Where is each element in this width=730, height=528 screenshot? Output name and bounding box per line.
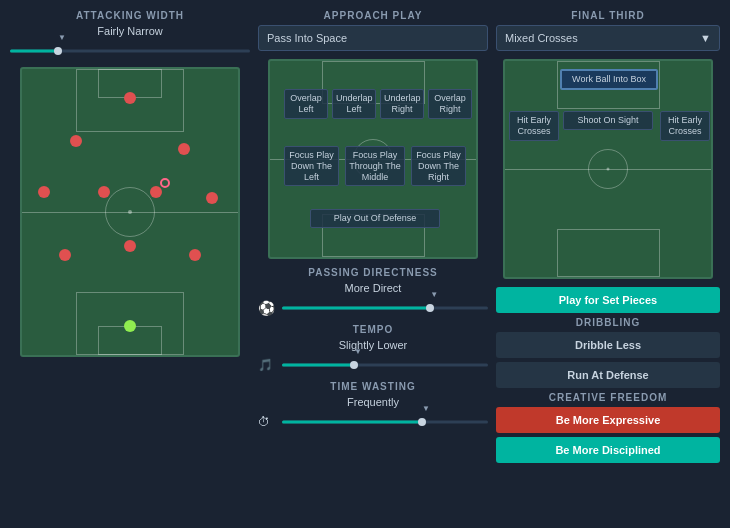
final-third-pitch: Work Ball Into Box Hit EarlyCrosses Shoo… [503,59,713,279]
tactic-shoot-on-sight[interactable]: Shoot On Sight [563,111,653,130]
clock-icon: ⏱ [258,415,270,429]
tempo-slider[interactable]: ▼ [282,357,488,373]
passing-directness-slider-container: ⚽ ▼ [258,300,488,316]
right-panel: FINAL THIRD Mixed Crosses ▼ Work Ball In… [496,10,720,518]
tactic-focus-right[interactable]: Focus PlayDown TheRight [411,146,466,186]
ball-icon: ⚽ [258,300,275,316]
time-wasting-block: TIME WASTING Frequently ⏱ ▼ [258,381,488,430]
approach-pitch: OverlapLeft UnderlapLeft UnderlapRight O… [268,59,478,259]
passing-thumb[interactable] [426,304,434,312]
passing-marker: ▼ [430,290,438,299]
tactic-play-out-defense[interactable]: Play Out Of Defense [310,209,440,228]
approach-play-value: Pass Into Space [267,32,347,44]
tactic-hit-early-crosses-left[interactable]: Hit EarlyCrosses [509,111,559,141]
tactic-underlap-left[interactable]: UnderlapLeft [332,89,376,119]
middle-panel: APPROACH PLAY Pass Into Space OverlapLef… [258,10,488,518]
passing-directness-title: PASSING DIRECTNESS [258,267,488,278]
tactic-underlap-right[interactable]: UnderlapRight [380,89,424,119]
time-wasting-slider-container: ⏱ ▼ [258,414,488,430]
tactic-focus-left[interactable]: Focus PlayDown TheLeft [284,146,339,186]
tactics-pitch [20,67,240,357]
approach-play-title: APPROACH PLAY [258,10,488,21]
time-wasting-title: TIME WASTING [258,381,488,392]
dribbling-title: DRIBBLING [496,317,720,328]
slider-thumb[interactable] [54,47,62,55]
time-wasting-slider[interactable]: ▼ [282,414,488,430]
tempo-marker: ▼ [354,347,362,356]
creative-freedom-title: CREATIVE FREEDOM [496,392,720,403]
attacking-width-slider[interactable]: ▼ [10,43,250,59]
tempo-value: Slightly Lower [258,339,488,351]
tactic-overlap-left[interactable]: OverlapLeft [284,89,328,119]
tactic-hit-early-crosses-right[interactable]: Hit EarlyCrosses [660,111,710,141]
time-wasting-value: Frequently [258,396,488,408]
be-more-expressive-button[interactable]: Be More Expressive [496,407,720,433]
run-at-defense-button[interactable]: Run At Defense [496,362,720,388]
approach-play-dropdown[interactable]: Pass Into Space [258,25,488,51]
tempo-slider-container: 🎵 ▼ [258,357,488,373]
time-wasting-marker: ▼ [422,404,430,413]
final-third-title: FINAL THIRD [496,10,720,21]
tactic-focus-middle[interactable]: Focus PlayThrough TheMiddle [345,146,405,186]
tactic-overlap-right[interactable]: OverlapRight [428,89,472,119]
tempo-block: TEMPO Slightly Lower 🎵 ▼ [258,324,488,373]
dropdown-chevron-icon: ▼ [700,32,711,44]
dribble-less-button[interactable]: Dribble Less [496,332,720,358]
tempo-thumb[interactable] [350,361,358,369]
passing-directness-value: More Direct [258,282,488,294]
width-indicator-left: ▼ [58,33,66,42]
time-wasting-thumb[interactable] [418,418,426,426]
be-more-disciplined-button[interactable]: Be More Disciplined [496,437,720,463]
play-for-set-pieces-button[interactable]: Play for Set Pieces [496,287,720,313]
attacking-width-value: Fairly Narrow [10,25,250,37]
tempo-title: TEMPO [258,324,488,335]
attacking-width-title: ATTACKING WIDTH [10,10,250,21]
left-panel: ATTACKING WIDTH Fairly Narrow ▼ [10,10,250,518]
tactic-work-ball-box[interactable]: Work Ball Into Box [560,69,658,90]
final-third-value: Mixed Crosses [505,32,578,44]
final-third-dropdown[interactable]: Mixed Crosses ▼ [496,25,720,51]
slider-fill [10,50,58,53]
passing-directness-block: PASSING DIRECTNESS More Direct ⚽ ▼ [258,267,488,316]
tempo-icon: 🎵 [258,358,273,372]
slider-track [10,50,250,53]
passing-directness-slider[interactable]: ▼ [282,300,488,316]
